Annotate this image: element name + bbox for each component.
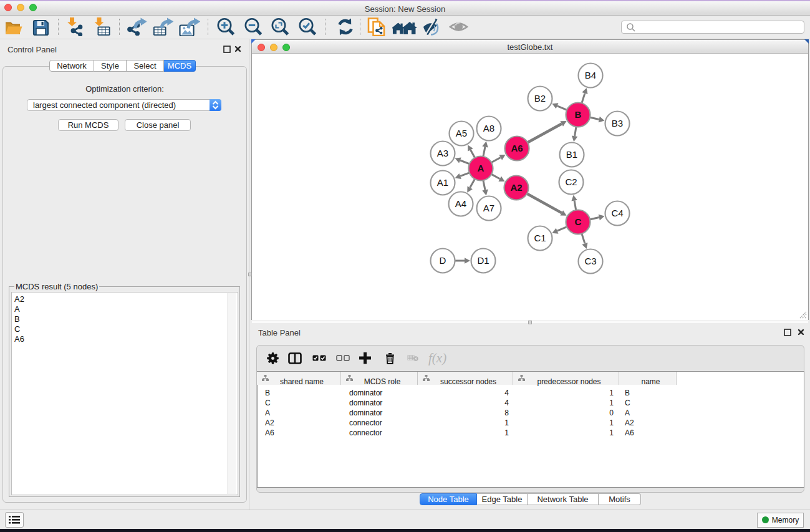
svg-text:A7: A7 <box>483 203 494 213</box>
svg-text:A: A <box>478 163 485 173</box>
svg-text:B3: B3 <box>612 118 623 128</box>
svg-text:A3: A3 <box>437 148 448 158</box>
svg-text:B: B <box>575 109 582 120</box>
svg-text:C: C <box>575 216 582 227</box>
svg-text:D1: D1 <box>477 255 489 266</box>
svg-text:A5: A5 <box>456 128 467 138</box>
svg-text:C3: C3 <box>584 256 596 266</box>
svg-text:A2: A2 <box>510 182 522 193</box>
svg-text:D: D <box>440 255 446 266</box>
svg-text:A6: A6 <box>511 143 523 153</box>
svg-text:A8: A8 <box>483 123 494 133</box>
svg-text:A1: A1 <box>437 177 448 188</box>
svg-text:B2: B2 <box>534 93 546 104</box>
svg-text:B4: B4 <box>585 70 596 80</box>
svg-text:C1: C1 <box>534 233 546 243</box>
svg-text:C4: C4 <box>611 208 623 218</box>
svg-text:C2: C2 <box>565 177 577 187</box>
svg-text:A4: A4 <box>455 198 466 209</box>
svg-text:B1: B1 <box>566 149 577 160</box>
